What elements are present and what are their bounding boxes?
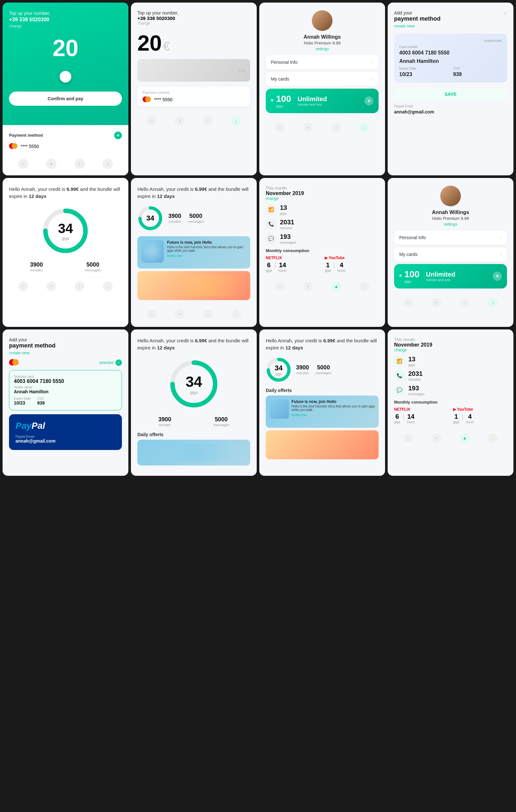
upgrade-card[interactable]: 100 giga Unlimited minutes and sms + (266, 89, 379, 113)
usage-minutes-12: 📞 2031 minutes (394, 370, 507, 381)
bottom-bar-5: ○ + ↑ ↓ (9, 277, 122, 291)
settings-link-2[interactable]: settings (394, 222, 507, 227)
menu-personal-info[interactable]: Personal Info › (266, 55, 379, 69)
invite-link-11[interactable]: Invite me › (292, 413, 308, 417)
topup-phone-2: +39 338 5020300 (137, 16, 250, 21)
mastercard-icon (9, 143, 18, 150)
nav-b3-3[interactable]: ↑ (331, 122, 341, 132)
upgrade-plus-button-2[interactable]: + (493, 272, 502, 281)
youtube-logo-12: ▶ YouTube (453, 407, 507, 412)
nav-b12-3[interactable]: ▲ (460, 433, 469, 443)
nav-b3-2[interactable]: + (303, 122, 313, 132)
banner-future-11: Future is now, join Holio Holio is the n… (266, 396, 379, 428)
nav-b6-2[interactable]: + (175, 310, 185, 319)
nav-b7-4[interactable]: ↓ (360, 282, 369, 291)
wifi-icon-12: 📶 (394, 356, 404, 366)
close-icon[interactable]: × (504, 10, 507, 17)
amount-display-2: 20 (137, 32, 162, 54)
nav-add[interactable]: + (46, 158, 56, 169)
nav-b7-2[interactable]: + (303, 282, 313, 291)
nav-b3-1[interactable]: ○ (275, 122, 285, 132)
nav-b12-4[interactable]: ↓ (488, 433, 498, 443)
upgrade-plus-button[interactable]: + (364, 96, 374, 106)
nav-b2-3[interactable]: ↑ (203, 116, 213, 126)
banner-colorful-11 (266, 430, 379, 459)
add-payment-bold: payment method (394, 16, 440, 22)
usage-messages-12: 💬 193 messages (394, 384, 507, 396)
greeting-text-6: Hello Annah, your credit is 6.99€ and th… (137, 186, 250, 200)
card-visual: Pay (137, 59, 250, 82)
bottom-bar-12: ○ + ▲ ↓ (394, 429, 507, 443)
topup-title-2: Top up your number, (137, 10, 250, 16)
bottom-bar-2: ○ + ↑ ↓ (137, 112, 250, 126)
card-credit-donut: Hello Annah, your credit is 6.99€ and th… (131, 178, 257, 327)
menu-personal-info-2[interactable]: Personal Info › (394, 230, 507, 245)
selected-badge: selected ✓ (99, 359, 122, 366)
nav-down[interactable]: ↓ (103, 158, 113, 169)
amount-display: 20 (9, 35, 122, 61)
nav-b5-3[interactable]: ↑ (75, 282, 84, 291)
currency-symbol: € (163, 40, 170, 54)
banner-title: Future is now, join Holio (167, 240, 246, 245)
topup-phone: +39 338 5020300 (9, 17, 122, 23)
change-month-12[interactable]: change (394, 348, 507, 352)
nav-b5-4[interactable]: ↓ (103, 282, 113, 291)
nav-b8-2[interactable]: + (432, 298, 441, 308)
add-payment-button[interactable]: + (114, 132, 122, 139)
nav-b6-4[interactable]: ↓ (231, 310, 241, 319)
nav-b12-2[interactable]: + (432, 433, 441, 443)
amount-slider[interactable] (60, 71, 71, 83)
card-topup-green: Top up your number, +39 338 5020300 chan… (3, 3, 128, 175)
paypal-logo: PayPal (16, 420, 115, 431)
card-credit-offers: Hello Annah, your credit is 6.99€ and th… (259, 329, 385, 476)
nav-b2-4[interactable]: ↓ (231, 116, 241, 126)
month-name-12: November 2019 (394, 342, 507, 348)
expire-9: 10/23 (14, 400, 31, 406)
avatar (312, 10, 332, 31)
upgrade-card-2[interactable]: 100 giga Unlimited minutes and sms + (394, 264, 507, 289)
create-new-link[interactable]: create new (394, 24, 440, 28)
nav-b7-3[interactable]: ▲ (331, 282, 341, 291)
settings-link[interactable]: settings (266, 47, 379, 51)
create-new-link-9[interactable]: create new (9, 350, 122, 355)
save-button-area[interactable]: SAVE (394, 88, 507, 100)
nav-b2-2[interactable]: + (175, 116, 185, 126)
change-link[interactable]: change (9, 24, 122, 28)
bottom-nav: ○ + ↑ ↓ (9, 155, 122, 169)
nav-b6-3[interactable]: ↑ (203, 310, 213, 319)
profile-plan: Holio Premium 9.99 (266, 40, 379, 46)
paypal-email-9: annah@gmail.com (16, 438, 115, 443)
topup-title: Top up your number, (9, 10, 122, 17)
nav-b8-1[interactable]: ○ (403, 298, 413, 308)
nav-b5-2[interactable]: + (47, 282, 56, 291)
card-monthly-2: This month, November 2019 change 📶 13 gi… (388, 329, 513, 476)
donut-container: 34 3900 minutes 5000 messages (137, 205, 250, 231)
nav-b3-4[interactable]: ↓ (360, 122, 369, 132)
nav-b8-4[interactable]: ↓ (488, 298, 498, 308)
nav-b12-1[interactable]: ○ (403, 433, 413, 443)
avatar-2 (440, 186, 461, 206)
nav-b5-1[interactable]: ○ (18, 282, 28, 291)
nav-b6-1[interactable]: ○ (147, 310, 156, 319)
daily-offers-label: Daily offerts (137, 432, 250, 437)
change-month[interactable]: change (266, 196, 379, 201)
nav-b7-1[interactable]: ○ (275, 282, 285, 291)
banner-daily (137, 440, 250, 465)
invite-link[interactable]: Invite me › (167, 254, 183, 258)
card-topup-white: Top up your number, +39 338 5020300 chan… (131, 3, 257, 175)
menu-my-cards-2[interactable]: My cards › (394, 247, 507, 261)
chevron-right-icon-4: › (500, 252, 502, 257)
confirm-pay-button[interactable]: Confirm and pay (9, 91, 122, 106)
change-link-2[interactable]: change (137, 21, 250, 26)
usage-minutes: 📞 2031 minutes (266, 219, 379, 230)
nav-up[interactable]: ↑ (75, 158, 85, 169)
month-title: This month, (266, 186, 379, 191)
menu-my-cards[interactable]: My cards › (266, 72, 379, 86)
nav-b2-1[interactable]: ○ (147, 116, 156, 126)
cvv-9: 939 (37, 400, 45, 406)
netflix-stats: NETFLIX 6 giga | 14 hours (266, 256, 320, 272)
usage-messages: 💬 193 messages (266, 233, 379, 244)
nav-home[interactable]: ○ (18, 158, 28, 169)
profile-name-2: Annah Willings (394, 209, 507, 215)
nav-b8-3[interactable]: ↑ (460, 298, 469, 308)
